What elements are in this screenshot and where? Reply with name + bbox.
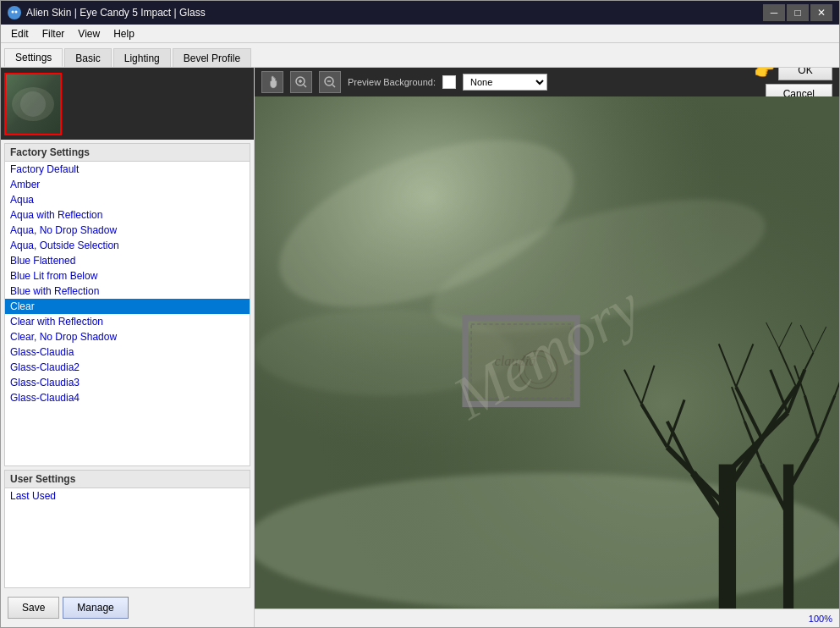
thumbnail-preview bbox=[4, 73, 62, 135]
tab-lighting[interactable]: Lighting bbox=[113, 48, 171, 67]
thumbnail-bar bbox=[1, 68, 254, 140]
svg-point-19 bbox=[255, 473, 839, 609]
user-settings-header: User Settings bbox=[5, 471, 250, 488]
tab-bevel-profile[interactable]: Bevel Profile bbox=[173, 48, 251, 67]
list-item[interactable]: Aqua bbox=[5, 192, 250, 207]
list-item[interactable]: Aqua with Reflection bbox=[5, 207, 250, 223]
zoom-level: 100% bbox=[809, 614, 832, 624]
list-item[interactable]: Glass-Claudia3 bbox=[5, 375, 250, 390]
app-icon bbox=[8, 6, 21, 19]
preview-bg-label: Preview Background: bbox=[348, 77, 436, 87]
bg-color-swatch bbox=[442, 75, 456, 89]
status-bar: 100% bbox=[255, 609, 839, 627]
user-settings-box: User Settings Last Used bbox=[4, 470, 250, 588]
hand-tool-button[interactable] bbox=[261, 71, 283, 93]
tabs-container: Settings Basic Lighting Bevel Profile bbox=[1, 43, 839, 67]
factory-settings-list[interactable]: Factory Default Amber Aqua Aqua with Ref… bbox=[5, 162, 250, 465]
list-item[interactable]: Aqua, No Drop Shadow bbox=[5, 223, 250, 238]
zoom-out-button[interactable] bbox=[319, 71, 341, 93]
list-item[interactable]: Amber bbox=[5, 177, 250, 192]
svg-line-9 bbox=[304, 85, 306, 87]
bottom-buttons: Save Manage bbox=[4, 592, 250, 624]
list-item[interactable]: Clear with Reflection bbox=[5, 314, 250, 329]
tab-settings[interactable]: Settings bbox=[4, 48, 63, 67]
content-area: Factory Settings Factory Default Amber A… bbox=[1, 67, 839, 627]
tab-basic[interactable]: Basic bbox=[64, 48, 111, 67]
list-item[interactable]: Clear, No Drop Shadow bbox=[5, 329, 250, 344]
list-item[interactable]: Blue with Reflection bbox=[5, 284, 250, 299]
list-item[interactable]: Glass-Claudia4 bbox=[5, 390, 250, 405]
svg-line-12 bbox=[332, 85, 335, 87]
preview-area: claudia Memory bbox=[255, 96, 839, 609]
menu-edit[interactable]: Edit bbox=[4, 26, 36, 41]
factory-settings-header: Factory Settings bbox=[5, 144, 250, 162]
list-item[interactable]: Blue Flattened bbox=[5, 253, 250, 268]
user-list-item[interactable]: Last Used bbox=[5, 488, 250, 504]
manage-button[interactable]: Manage bbox=[63, 597, 128, 619]
zoom-in-button[interactable] bbox=[290, 71, 312, 93]
maximize-button[interactable]: □ bbox=[787, 4, 809, 21]
list-item-selected[interactable]: Clear bbox=[5, 299, 250, 314]
minimize-button[interactable]: ─ bbox=[763, 4, 785, 21]
ok-button[interactable]: OK bbox=[778, 68, 832, 80]
svg-point-5 bbox=[12, 87, 54, 121]
window-controls: ─ □ ✕ bbox=[763, 4, 832, 21]
ok-hand-icon: 👉 bbox=[754, 68, 775, 80]
list-item[interactable]: Glass-Claudia2 bbox=[5, 360, 250, 375]
settings-list-section: Factory Settings Factory Default Amber A… bbox=[1, 140, 254, 627]
user-settings-list[interactable]: Last Used bbox=[5, 488, 250, 587]
close-button[interactable]: ✕ bbox=[810, 4, 832, 21]
right-panel: Preview Background: None White Black Cus… bbox=[255, 68, 839, 627]
window-title: Alien Skin | Eye Candy 5 Impact | Glass bbox=[26, 7, 206, 19]
menu-bar: Edit Filter View Help bbox=[1, 25, 839, 43]
preview-toolbar: Preview Background: None White Black Cus… bbox=[255, 68, 839, 96]
preview-image: claudia Memory bbox=[255, 96, 839, 609]
list-item[interactable]: Blue Lit from Below bbox=[5, 268, 250, 284]
save-button[interactable]: Save bbox=[8, 597, 59, 619]
svg-point-0 bbox=[10, 8, 19, 17]
main-window: Alien Skin | Eye Candy 5 Impact | Glass … bbox=[0, 0, 840, 628]
title-bar-left: Alien Skin | Eye Candy 5 Impact | Glass bbox=[8, 6, 206, 19]
ok-button-group: 👉 OK bbox=[754, 68, 832, 80]
preview-bg-select[interactable]: None White Black Custom... bbox=[463, 74, 547, 91]
list-item[interactable]: Aqua, Outside Selection bbox=[5, 238, 250, 253]
svg-point-2 bbox=[15, 11, 18, 14]
title-bar: Alien Skin | Eye Candy 5 Impact | Glass … bbox=[1, 1, 839, 25]
list-item[interactable]: Factory Default bbox=[5, 162, 250, 177]
menu-help[interactable]: Help bbox=[107, 26, 141, 41]
menu-filter[interactable]: Filter bbox=[36, 26, 72, 41]
left-panel: Factory Settings Factory Default Amber A… bbox=[1, 68, 255, 627]
svg-point-1 bbox=[12, 11, 14, 14]
list-item[interactable]: Glass-Claudia bbox=[5, 344, 250, 360]
svg-text:claudia: claudia bbox=[495, 354, 536, 369]
factory-settings-box: Factory Settings Factory Default Amber A… bbox=[4, 143, 250, 466]
menu-view[interactable]: View bbox=[71, 26, 107, 41]
